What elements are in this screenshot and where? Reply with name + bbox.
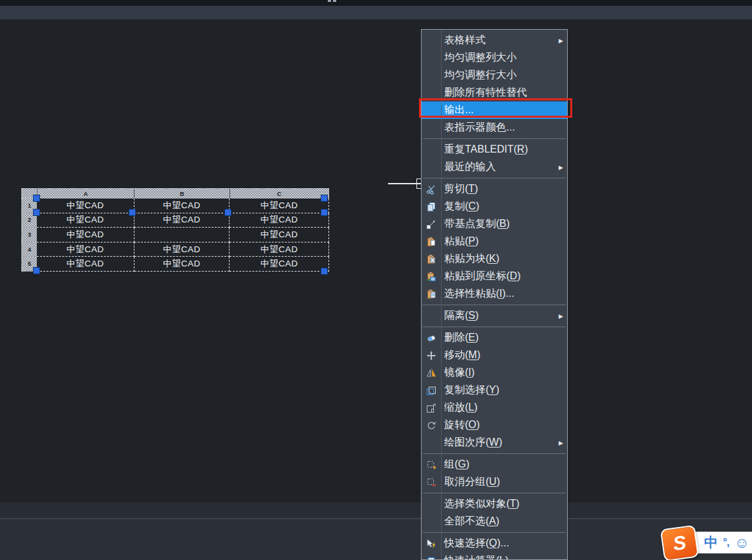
menu-item-move[interactable]: 移动(M)	[422, 347, 567, 364]
table-cell[interactable]: 中望CAD	[230, 242, 329, 257]
table-cell[interactable]: 中望CAD	[37, 257, 134, 272]
menu-item-rotate[interactable]: 旋转(O)	[422, 416, 567, 434]
menu-item-paste[interactable]: 粘贴(P)	[422, 233, 567, 250]
menu-separator	[423, 327, 566, 327]
menu-item-label: 隔离(S)	[444, 309, 559, 323]
menu-item-size-columns-equally[interactable]: 均匀调整列大小	[422, 49, 567, 67]
menu-item-label: 最近的输入	[444, 160, 559, 174]
selection-grip[interactable]	[33, 209, 40, 216]
table-column-header[interactable]: C	[230, 188, 329, 199]
cad-table-entity[interactable]: ABC1中望CAD中望CAD中望CAD2中望CAD中望CAD中望CAD3中望CA…	[21, 188, 329, 272]
table-cell[interactable]: 中望CAD	[37, 228, 134, 242]
selection-grip[interactable]	[129, 209, 136, 216]
selection-grip[interactable]	[224, 209, 231, 216]
table-cell[interactable]: 中望CAD	[230, 213, 329, 228]
table-row-number[interactable]: 4	[21, 242, 37, 257]
selection-grip[interactable]	[321, 268, 328, 275]
menu-item-paste-special[interactable]: 选择性粘贴(I)...	[422, 285, 567, 303]
menu-item-remove-property-overrides[interactable]: 删除所有特性替代	[422, 84, 567, 102]
table-column-header[interactable]: A	[38, 188, 134, 199]
menu-separator	[423, 453, 566, 454]
menu-item-label: 粘贴(P)	[444, 235, 567, 248]
menu-separator	[423, 305, 566, 305]
menu-item-cut[interactable]: 剪切(T)	[422, 180, 567, 198]
selection-grip[interactable]	[33, 267, 40, 274]
menu-item-mirror[interactable]: 镜像(I)	[422, 364, 567, 382]
menu-item-repeat-tabledit[interactable]: 重复TABLEDIT(R)	[422, 141, 567, 158]
menu-item-quick-select[interactable]: 快速选择(Q)...	[422, 535, 567, 552]
table-row: 5中望CAD中望CAD中望CAD	[21, 257, 329, 272]
menu-item-label: 均匀调整行大小	[444, 69, 567, 82]
menu-icon-placeholder	[422, 158, 441, 176]
menu-item-size-rows-equally[interactable]: 均匀调整行大小	[422, 67, 567, 84]
menu-item-label: 快速计算器(L)	[444, 554, 567, 560]
submenu-arrow-icon: ▶	[559, 313, 563, 319]
menu-item-label: 缩放(L)	[444, 401, 567, 415]
table-row: 4中望CAD中望CAD中望CAD	[21, 242, 329, 257]
menu-item-label: 带基点复制(B)	[444, 217, 567, 231]
ime-mode-chinese[interactable]: 中	[704, 533, 718, 552]
table-cell[interactable]	[134, 228, 230, 242]
table-cell[interactable]: 中望CAD	[37, 242, 134, 257]
menu-item-paste-as-block[interactable]: 粘贴为块(K)	[422, 250, 567, 268]
menu-item-copy-with-base-point[interactable]: 带基点复制(B)	[422, 215, 567, 233]
table-cell[interactable]: 中望CAD	[134, 242, 230, 257]
menu-item-label: 快速选择(Q)...	[444, 537, 567, 550]
command-line-area[interactable]	[0, 502, 752, 518]
sogou-logo[interactable]: S	[660, 524, 699, 560]
menu-item-table-style[interactable]: 表格样式▶	[422, 32, 567, 49]
status-bar-area	[0, 519, 752, 560]
table-cell[interactable]: 中望CAD	[134, 213, 230, 228]
table-cell[interactable]: 中望CAD	[230, 257, 329, 272]
menu-item-label: 复制选择(Y)	[444, 383, 567, 397]
table-row: 2中望CAD中望CAD中望CAD	[21, 213, 329, 228]
ime-punctuation-toggle[interactable]: °,	[723, 536, 729, 549]
menu-icon-placeholder	[422, 141, 441, 158]
menu-item-label: 粘贴为块(K)	[444, 252, 567, 266]
table-cell[interactable]: 中望CAD	[134, 257, 230, 272]
menu-item-label: 表格样式	[444, 34, 559, 47]
menu-item-copy-selection[interactable]: 复制选择(Y)	[422, 382, 567, 399]
menu-item-table-indicator-color[interactable]: 表指示器颜色...	[422, 119, 567, 136]
menu-item-erase[interactable]: 删除(E)	[422, 329, 567, 347]
menu-item-deselect-all[interactable]: 全部不选(A)	[422, 513, 567, 530]
selection-grip[interactable]	[33, 195, 40, 202]
selection-grip[interactable]	[321, 209, 328, 216]
menu-item-isolate[interactable]: 隔离(S)▶	[422, 307, 567, 325]
menu-item-paste-to-original-coords[interactable]: 粘贴到原坐标(D)	[422, 268, 567, 285]
table-column-header[interactable]: B	[134, 188, 230, 199]
table-cell[interactable]: 中望CAD	[230, 199, 329, 213]
selection-grip[interactable]	[321, 195, 328, 202]
toolbar-strip	[0, 6, 752, 20]
menu-item-select-similar[interactable]: 选择类似对象(T)	[422, 495, 567, 513]
menu-icon-placeholder	[422, 495, 441, 513]
menu-item-group[interactable]: 组(G)	[422, 456, 567, 473]
copy-base-point-icon	[422, 215, 441, 233]
window-top-artifact	[328, 0, 338, 2]
scale-icon	[422, 399, 441, 416]
menu-separator	[423, 178, 566, 178]
table-cell[interactable]: 中望CAD	[134, 199, 230, 213]
ime-emoji-button[interactable]: ☺	[735, 535, 749, 550]
menu-icon-placeholder	[422, 32, 441, 49]
mirror-icon	[422, 364, 441, 382]
menu-item-label: 删除(E)	[444, 331, 567, 345]
table-row-number[interactable]: 3	[21, 228, 37, 242]
menu-item-copy[interactable]: 复制(C)	[422, 198, 567, 215]
table-cell[interactable]: 中望CAD	[37, 213, 134, 228]
menu-item-export[interactable]: 输出...	[422, 102, 567, 119]
table-cell[interactable]: 中望CAD	[37, 199, 134, 213]
eraser-icon	[422, 329, 441, 347]
group-icon	[422, 456, 441, 473]
menu-item-scale[interactable]: 缩放(L)	[422, 399, 567, 416]
table-cell[interactable]: 中望CAD	[230, 228, 329, 242]
table-row: 1中望CAD中望CAD中望CAD	[21, 199, 329, 213]
menu-item-ungroup[interactable]: 取消分组(U)	[422, 473, 567, 491]
menu-item-label: 取消分组(U)	[444, 475, 567, 489]
menu-item-quick-calculator[interactable]: 快速计算器(L)	[422, 552, 567, 560]
menu-item-label: 表指示器颜色...	[444, 121, 567, 135]
menu-item-label: 选择性粘贴(I)...	[444, 287, 567, 301]
menu-icon-placeholder	[422, 67, 441, 84]
menu-item-recent-input[interactable]: 最近的输入▶	[422, 158, 567, 176]
menu-item-draw-order[interactable]: 绘图次序(W)▶	[422, 434, 567, 451]
